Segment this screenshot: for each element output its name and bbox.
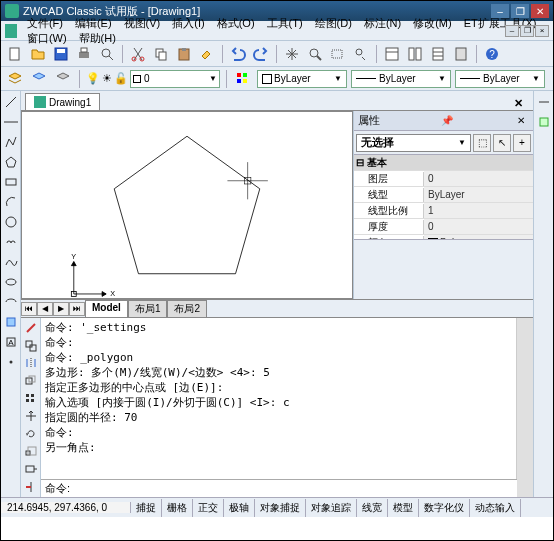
help-icon[interactable]: ? [482, 44, 502, 64]
xline-icon[interactable] [2, 113, 20, 131]
command-history[interactable]: 命令: '_settings 命令: 命令: _polygon 多边形: 多个(… [41, 318, 517, 479]
open-icon[interactable] [28, 44, 48, 64]
layout-tab[interactable]: Model [85, 300, 128, 318]
make-block-icon[interactable]: A [2, 333, 20, 351]
save-icon[interactable] [51, 44, 71, 64]
circle-icon[interactable] [2, 213, 20, 231]
status-toggle[interactable]: 数字化仪 [419, 499, 470, 517]
menu-item[interactable]: 窗口(W) [21, 30, 73, 46]
property-row[interactable]: 厚度0 [354, 219, 533, 235]
tab-close-button[interactable]: ✕ [508, 97, 529, 110]
status-toggle[interactable]: 对象追踪 [306, 499, 357, 517]
mdi-minimize-button[interactable]: – [505, 25, 519, 37]
insert-block-icon[interactable] [2, 313, 20, 331]
command-scrollbar[interactable] [517, 318, 533, 497]
zoom-prev-icon[interactable] [351, 44, 371, 64]
status-toggle[interactable]: 捕捉 [131, 499, 162, 517]
layer-manager-icon[interactable] [5, 69, 25, 89]
mdi-close-button[interactable]: × [535, 25, 549, 37]
menu-item[interactable]: 帮助(H) [73, 30, 122, 46]
mirror-icon[interactable] [22, 355, 40, 371]
scale-icon[interactable] [22, 444, 40, 460]
layer-prev-icon[interactable] [53, 69, 73, 89]
pin-icon[interactable]: 📌 [441, 115, 453, 126]
layout-tab[interactable]: 布局1 [128, 300, 168, 318]
layout-tab[interactable]: 布局2 [167, 300, 207, 318]
last-tab-button[interactable]: ⏭ [69, 302, 85, 316]
match-icon[interactable] [197, 44, 217, 64]
dist-icon[interactable] [535, 93, 553, 111]
drawing-tab[interactable]: Drawing1 [25, 93, 100, 110]
status-toggle[interactable]: 动态输入 [470, 499, 521, 517]
menu-item[interactable]: 文件(F) [21, 15, 69, 31]
line-icon[interactable] [2, 93, 20, 111]
copy-icon[interactable] [151, 44, 171, 64]
quick-select-icon[interactable]: ⬚ [473, 134, 491, 152]
paste-icon[interactable] [174, 44, 194, 64]
zoom-window-icon[interactable] [328, 44, 348, 64]
panel-close-button[interactable]: ✕ [517, 115, 525, 126]
app-menu-icon[interactable] [5, 24, 17, 38]
property-row[interactable]: 线型ByLayer [354, 187, 533, 203]
mdi-restore-button[interactable]: ❐ [520, 25, 534, 37]
menu-item[interactable]: 工具(T) [261, 15, 309, 31]
status-toggle[interactable]: 线宽 [357, 499, 388, 517]
preview-icon[interactable] [97, 44, 117, 64]
menu-item[interactable]: 编辑(E) [69, 15, 118, 31]
first-tab-button[interactable]: ⏮ [21, 302, 37, 316]
design-center-icon[interactable] [405, 44, 425, 64]
rectangle-icon[interactable] [2, 173, 20, 191]
layer-combo[interactable]: 0 ▼ [130, 70, 220, 88]
command-input[interactable]: 命令: [41, 479, 517, 497]
point-icon[interactable] [2, 353, 20, 371]
revcloud-icon[interactable] [2, 233, 20, 251]
property-row[interactable]: 线型比例1 [354, 203, 533, 219]
new-icon[interactable] [5, 44, 25, 64]
coordinates-display[interactable]: 214.6945, 297.4366, 0 [1, 502, 131, 513]
move-icon[interactable] [22, 409, 40, 425]
tool-palette-icon[interactable] [428, 44, 448, 64]
calc-icon[interactable] [451, 44, 471, 64]
redo-icon[interactable] [251, 44, 271, 64]
ellipse-icon[interactable] [2, 273, 20, 291]
next-tab-button[interactable]: ▶ [53, 302, 69, 316]
lineweight-combo[interactable]: ByLayer▼ [455, 70, 545, 88]
prev-tab-button[interactable]: ◀ [37, 302, 53, 316]
status-toggle[interactable]: 栅格 [162, 499, 193, 517]
drawing-canvas[interactable]: X Y [21, 111, 353, 299]
area-icon[interactable] [535, 113, 553, 131]
ellipse-arc-icon[interactable] [2, 293, 20, 311]
rotate-icon[interactable] [22, 426, 40, 442]
pickadd-icon[interactable]: + [513, 134, 531, 152]
status-toggle[interactable]: 极轴 [224, 499, 255, 517]
select-objects-icon[interactable]: ↖ [493, 134, 511, 152]
linetype-combo[interactable]: ByLayer▼ [351, 70, 451, 88]
selection-combo[interactable]: 无选择▼ [356, 134, 471, 152]
menu-item[interactable]: 绘图(D) [309, 15, 358, 31]
zoom-realtime-icon[interactable] [305, 44, 325, 64]
color-combo[interactable]: ByLayer▼ [257, 70, 347, 88]
spline-icon[interactable] [2, 253, 20, 271]
status-toggle[interactable]: 正交 [193, 499, 224, 517]
property-row[interactable]: 图层0 [354, 171, 533, 187]
status-toggle[interactable]: 对象捕捉 [255, 499, 306, 517]
menu-item[interactable]: 插入(I) [166, 15, 210, 31]
arc-icon[interactable] [2, 193, 20, 211]
undo-icon[interactable] [228, 44, 248, 64]
polyline-icon[interactable] [2, 133, 20, 151]
trim-icon[interactable] [22, 479, 40, 495]
property-grid[interactable]: ⊟ 基本图层0线型ByLayer线型比例1厚度0颜色ByLayer线宽 ByLa… [354, 155, 533, 239]
stretch-icon[interactable] [22, 462, 40, 478]
erase-icon[interactable] [22, 320, 40, 336]
offset-icon[interactable] [22, 373, 40, 389]
print-icon[interactable] [74, 44, 94, 64]
pan-icon[interactable] [282, 44, 302, 64]
layer-states-icon[interactable] [29, 69, 49, 89]
properties-icon[interactable] [382, 44, 402, 64]
menu-item[interactable]: 标注(N) [358, 15, 407, 31]
menu-item[interactable]: 修改(M) [407, 15, 458, 31]
status-toggle[interactable]: 模型 [388, 499, 419, 517]
cut-icon[interactable] [128, 44, 148, 64]
polygon-icon[interactable] [2, 153, 20, 171]
copy-obj-icon[interactable] [22, 338, 40, 354]
